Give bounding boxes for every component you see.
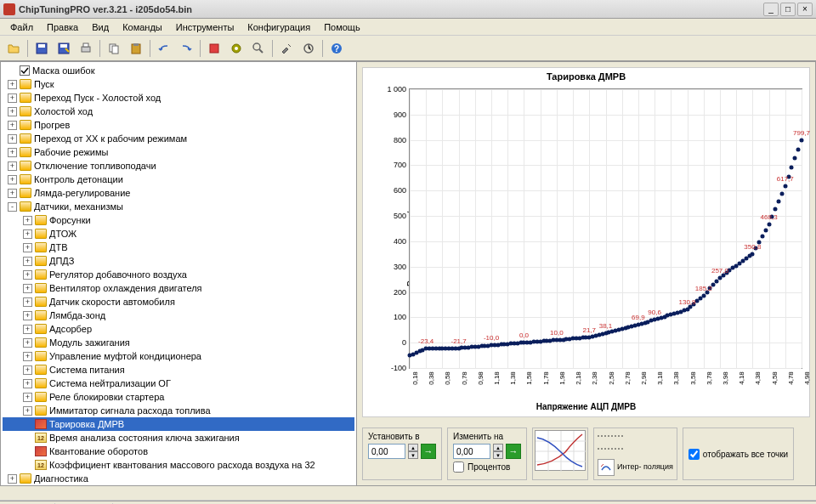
tree-item[interactable]: 12Время анализа состояния ключа зажигани… (3, 431, 354, 445)
tree-item[interactable]: Квантование оборотов (3, 445, 354, 458)
tree-item[interactable]: +Форсунки (3, 213, 354, 227)
tree-item[interactable]: +Лямда-регулирование (3, 186, 354, 200)
tree-item[interactable]: Маска ошибок (3, 64, 354, 77)
expand-icon[interactable]: + (8, 189, 17, 198)
undo-icon[interactable] (154, 38, 174, 59)
tree-item[interactable]: +Регулятор добавочного воздуха (3, 268, 354, 281)
expand-icon[interactable]: + (23, 325, 32, 334)
show-all-checkbox[interactable] (688, 449, 700, 460)
tree-item[interactable]: +Иммитатор сигнала расхода топлива (3, 404, 354, 417)
change-value-input[interactable] (453, 444, 490, 459)
save-as-icon[interactable] (54, 38, 74, 59)
paste-icon[interactable] (126, 38, 146, 59)
expand-icon[interactable]: + (8, 134, 17, 144)
tree-item[interactable]: +Переход Пуск - Холостой ход (3, 91, 354, 105)
tools1-icon[interactable] (276, 38, 297, 59)
expand-icon[interactable]: + (8, 161, 17, 171)
expand-icon[interactable]: + (23, 311, 32, 320)
maximize-button[interactable]: □ (780, 3, 796, 16)
expand-icon[interactable]: + (23, 284, 32, 293)
tree-item[interactable]: 12Коэффициент квантования массового расх… (3, 458, 354, 472)
tree-item[interactable]: +Адсорбер (3, 322, 354, 336)
tree-item[interactable]: +ДТОЖ (3, 227, 354, 241)
menu-файл[interactable]: Файл (3, 20, 40, 34)
tree-item[interactable]: +Контроль детонации (3, 173, 354, 186)
expand-icon[interactable]: + (8, 121, 17, 130)
tree-item[interactable]: +Модуль зажигания (3, 336, 354, 349)
interp-button[interactable] (598, 459, 615, 476)
tree-item[interactable]: +Переход от ХХ к рабочим режимам (3, 132, 354, 145)
tree-item[interactable]: +Рабочие режимы (3, 145, 354, 159)
tree-item[interactable]: +Система нейтрализации ОГ (3, 377, 354, 390)
tree-item[interactable]: -Датчики, механизмы (3, 200, 354, 213)
expand-icon[interactable]: + (23, 297, 32, 307)
close-button[interactable]: × (797, 3, 813, 16)
tree-item[interactable]: +Холостой ход (3, 105, 354, 118)
copy-icon[interactable] (104, 38, 124, 59)
save-icon[interactable] (31, 38, 52, 59)
expand-icon[interactable]: + (23, 338, 32, 348)
set-value-input[interactable] (368, 444, 405, 459)
expand-icon[interactable]: + (8, 175, 17, 184)
change-spin-up[interactable]: ▲ (493, 444, 503, 451)
help-icon[interactable]: ? (326, 38, 347, 59)
expand-icon[interactable]: + (23, 216, 32, 225)
redo-icon[interactable] (176, 38, 196, 59)
tree-item-label: Переход Пуск - Холостой ход (34, 93, 161, 103)
expand-icon[interactable]: + (23, 406, 32, 416)
minimize-button[interactable]: _ (763, 3, 779, 16)
expand-icon[interactable]: + (23, 229, 32, 239)
expand-icon[interactable]: + (23, 379, 32, 388)
info-icon[interactable] (204, 38, 224, 59)
tree-item[interactable]: +Пуск (3, 77, 354, 91)
tree-item[interactable]: +Реле блокировки стартера (3, 390, 354, 404)
plot[interactable]: -10001002003004005006007008009001 0000,1… (409, 88, 802, 369)
tree-item[interactable]: +Лямбда-зонд (3, 309, 354, 322)
tools2-icon[interactable] (298, 38, 319, 59)
expand-icon[interactable]: + (23, 270, 32, 280)
menu-вид[interactable]: Вид (85, 20, 116, 34)
expand-icon[interactable]: + (8, 93, 17, 103)
percent-checkbox[interactable] (453, 462, 464, 473)
collapse-icon[interactable]: - (8, 202, 17, 212)
expand-icon[interactable]: + (8, 148, 17, 157)
tree-item[interactable]: +Вентилятор охлаждения двигателя (3, 281, 354, 295)
gear-icon[interactable] (226, 38, 246, 59)
expand-icon[interactable]: + (23, 257, 32, 266)
expand-icon[interactable]: + (23, 352, 32, 361)
tree-item[interactable]: +Датчик скорости автомобиля (3, 295, 354, 309)
set-spin-up[interactable]: ▲ (408, 444, 418, 451)
folder-icon (35, 351, 47, 361)
data-label: 185,2 (695, 285, 712, 292)
change-spin-down[interactable]: ▼ (493, 451, 503, 459)
thumbnail-1[interactable] (535, 430, 586, 471)
tree-item[interactable]: +Отключение топливоподачи (3, 159, 354, 173)
expand-icon[interactable]: + (23, 365, 32, 375)
expand-icon[interactable]: + (23, 393, 32, 402)
tree-panel[interactable]: Маска ошибок+Пуск+Переход Пуск - Холосто… (0, 61, 357, 486)
print-icon[interactable] (76, 38, 96, 59)
tree-item[interactable]: +ДТВ (3, 241, 354, 254)
open-icon[interactable] (3, 38, 24, 59)
menu-помощь[interactable]: Помощь (317, 20, 367, 34)
tree-item[interactable]: +Управление муфтой кондиционера (3, 349, 354, 363)
search-icon[interactable] (248, 38, 269, 59)
expand-icon[interactable]: + (8, 80, 17, 89)
set-apply-button[interactable]: → (421, 444, 436, 459)
tree-item[interactable]: Тарировка ДМРВ (3, 417, 354, 431)
data-label: -10,0 (484, 335, 499, 343)
tree-item[interactable]: +Система питания (3, 363, 354, 377)
tree-item[interactable]: +Диагностика (3, 472, 354, 485)
menu-правка[interactable]: Правка (40, 20, 85, 34)
set-spin-down[interactable]: ▼ (408, 451, 418, 459)
tree-item[interactable]: +ДПДЗ (3, 254, 354, 268)
menu-инструменты[interactable]: Инструменты (169, 20, 241, 34)
menu-конфигурация[interactable]: Конфигурация (241, 20, 317, 34)
expand-icon[interactable]: + (8, 474, 17, 484)
expand-icon[interactable]: + (8, 107, 17, 116)
change-apply-button[interactable]: → (506, 444, 521, 459)
menu-команды[interactable]: Команды (116, 20, 169, 34)
data-point (760, 234, 764, 238)
tree-item[interactable]: +Прогрев (3, 118, 354, 132)
expand-icon[interactable]: + (23, 243, 32, 252)
